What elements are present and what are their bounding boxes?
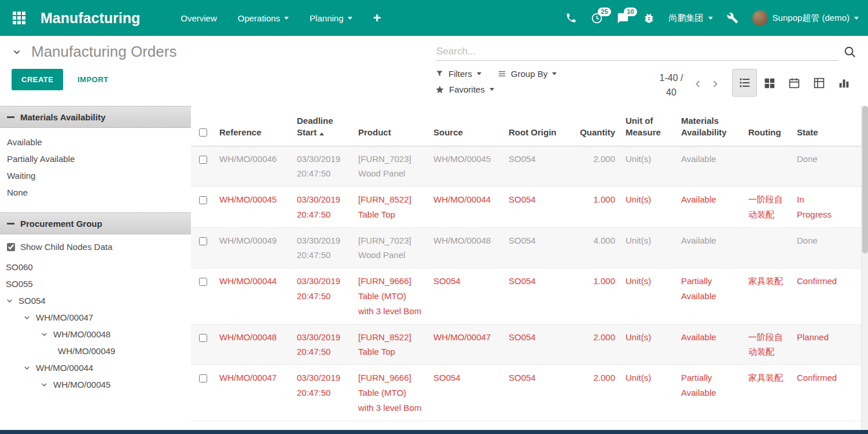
menu-planning[interactable]: Planning (310, 13, 352, 23)
section-procurement-group[interactable]: Procurement Group (0, 212, 191, 234)
cell-product: [FURN_9666] Table (MTO) with 3 level Bom (353, 370, 428, 415)
menu-overview[interactable]: Overview (181, 13, 217, 23)
row-checkbox[interactable] (199, 196, 207, 204)
calendar-view-button[interactable] (782, 69, 807, 97)
cell-quantity: 2.000 (565, 370, 620, 415)
tree-node[interactable]: WH/MO/00047 (0, 309, 191, 326)
cell-source: WH/MO/00045 (428, 152, 503, 182)
column-header-state[interactable]: State (792, 127, 844, 138)
column-header-uom[interactable]: Unit of Measure (620, 115, 676, 139)
column-header-materials-availability[interactable]: Materials Availability (676, 115, 743, 139)
availability-list: AvailablePartially AvailableWaitingNone (0, 128, 191, 212)
row-checkbox[interactable] (199, 278, 207, 286)
cell-routing: 家具装配 (743, 274, 792, 318)
tree-node[interactable]: WH/MO/00049 (0, 343, 191, 359)
pivot-view-button[interactable] (807, 69, 832, 97)
company-menu[interactable]: 尚鹏集团 (669, 13, 713, 24)
window-edge (0, 430, 868, 434)
select-all-cell (191, 128, 214, 139)
table-row[interactable]: WH/MO/0004903/30/201920:47:50[FURN_7023]… (191, 228, 861, 269)
row-checkbox[interactable] (199, 237, 207, 245)
breadcrumb-toggle-icon[interactable] (12, 47, 22, 57)
search-input[interactable] (435, 43, 838, 61)
table-row[interactable]: WH/MO/0004803/30/201920:47:50[FURN_8522]… (191, 325, 861, 366)
cell-uom: Unit(s) (620, 192, 676, 222)
table-row[interactable]: WH/MO/0004703/30/201920:47:50[FURN_9666]… (191, 365, 861, 421)
phone-icon[interactable] (565, 12, 577, 24)
column-header-routing[interactable]: Routing (743, 127, 792, 138)
section-title: Materials Availability (20, 112, 105, 122)
section-materials-availability[interactable]: Materials Availability (0, 106, 191, 128)
table-row[interactable]: WH/MO/0004403/30/201920:47:50[FURN_9666]… (191, 269, 861, 324)
sidebar-filter-none[interactable]: None (0, 184, 191, 201)
filters-menu[interactable]: Filters (435, 69, 481, 79)
cell-root-origin: SO054 (503, 233, 565, 263)
pager-next-button[interactable] (707, 71, 724, 97)
sidebar-filter-available[interactable]: Available (0, 134, 191, 150)
cell-routing: 一阶段自动装配 (743, 192, 792, 222)
show-child-nodes-checkbox[interactable] (7, 243, 15, 251)
cell-state: Confirmed (792, 370, 844, 415)
messages-icon[interactable]: 10 (617, 12, 629, 24)
tree-node[interactable]: WH/MO/00044 (0, 359, 191, 376)
kanban-view-button[interactable] (757, 69, 782, 97)
pager-previous-button[interactable] (689, 71, 707, 97)
column-label: Deadline Start (297, 116, 333, 137)
activities-icon[interactable]: 25 (591, 12, 603, 24)
add-menu-icon[interactable]: + (373, 11, 381, 25)
apps-menu-icon[interactable] (9, 8, 29, 28)
column-header-product[interactable]: Product (353, 127, 428, 138)
row-checkbox[interactable] (199, 334, 207, 342)
tree-node[interactable]: SO060 (0, 259, 191, 275)
bug-icon[interactable] (643, 12, 655, 24)
scrollbar-thumb[interactable] (862, 106, 868, 253)
column-header-deadline-start[interactable]: Deadline Start (292, 115, 353, 139)
import-button[interactable]: IMPORT (78, 75, 109, 84)
cell-deadline-start: 03/30/201920:47:50 (292, 152, 353, 182)
chevron-down-icon[interactable] (41, 330, 48, 338)
column-header-source[interactable]: Source (428, 127, 503, 138)
row-select-cell (191, 370, 214, 415)
row-checkbox[interactable] (199, 156, 207, 164)
show-child-nodes-toggle[interactable]: Show Child Nodes Data (0, 234, 191, 255)
table-row[interactable]: WH/MO/0004603/30/201920:47:50[FURN_7023]… (191, 146, 861, 187)
list-view-button[interactable] (732, 69, 757, 97)
cell-source: SO054 (428, 370, 503, 415)
cell-reference: WH/MO/00044 (214, 274, 292, 318)
group-by-menu[interactable]: Group By (498, 69, 557, 79)
search-bar (435, 43, 856, 61)
app-title[interactable]: Manufacturing (41, 10, 140, 27)
chevron-down-icon[interactable] (23, 314, 31, 321)
column-header-root-origin[interactable]: Root Origin (503, 127, 565, 138)
chevron-down-icon (552, 72, 557, 75)
tree-node[interactable]: WH/MO/00048 (0, 326, 191, 343)
filters-label: Filters (448, 69, 472, 79)
favorites-menu[interactable]: Favorites (435, 84, 494, 94)
select-all-checkbox[interactable] (199, 128, 207, 137)
create-button[interactable]: CREATE (12, 69, 63, 90)
tree-node[interactable]: WH/MO/00045 (0, 376, 191, 393)
vertical-scrollbar[interactable] (861, 106, 868, 430)
wrench-icon[interactable] (727, 12, 738, 24)
menu-operations[interactable]: Operations (238, 13, 289, 23)
chevron-down-icon[interactable] (6, 297, 13, 304)
cell-quantity: 1.000 (565, 274, 620, 318)
graph-view-button[interactable] (832, 69, 856, 97)
user-menu[interactable]: Sunpop超管 (demo) (752, 10, 859, 26)
tree-node[interactable]: SO054 (0, 292, 191, 309)
sidebar-filter-waiting[interactable]: Waiting (0, 167, 191, 184)
breadcrumb: Manufacturing Orders (12, 43, 176, 61)
column-header-reference[interactable]: Reference (214, 127, 292, 138)
tree-node[interactable]: SO055 (0, 275, 191, 292)
row-checkbox[interactable] (199, 374, 207, 382)
chevron-down-icon[interactable] (41, 381, 48, 388)
search-icon[interactable] (844, 46, 856, 58)
column-header-quantity[interactable]: Quantity (565, 127, 620, 138)
chevron-down-icon[interactable] (23, 364, 31, 372)
collapse-icon (7, 116, 14, 118)
user-name: Sunpop超管 (demo) (773, 13, 849, 24)
sidebar-filter-partially-available[interactable]: Partially Available (0, 150, 191, 167)
table-row[interactable]: WH/MO/0004503/30/201920:47:50[FURN_8522]… (191, 187, 861, 228)
cell-uom: Unit(s) (620, 233, 676, 263)
show-child-nodes-label: Show Child Nodes Data (20, 242, 112, 252)
